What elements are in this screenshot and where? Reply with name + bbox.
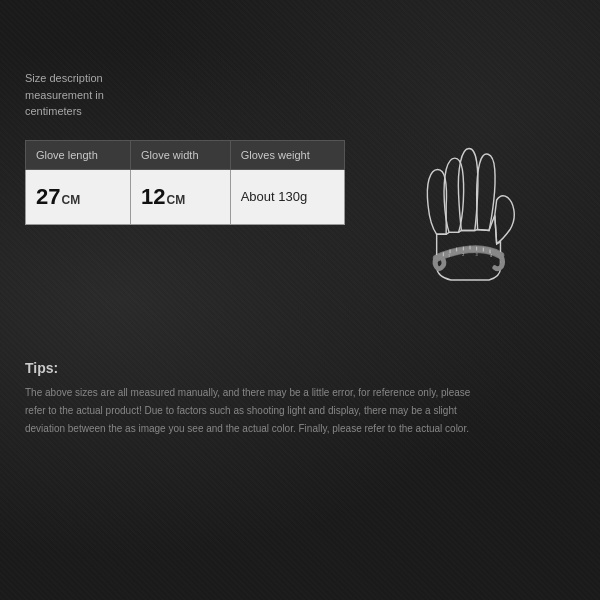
main-content: Glove length Glove width Gloves weight 2… [25,140,575,320]
glove-illustration: 1 2 3 4 [365,120,575,320]
table-section: Glove length Glove width Gloves weight 2… [25,140,345,225]
svg-text:3: 3 [476,253,478,257]
tips-text: The above sizes are all measured manuall… [25,384,485,438]
cell-length: 27 CM [26,169,131,224]
svg-text:2: 2 [462,253,464,257]
cell-width: 12 CM [131,169,231,224]
size-description: Size description measurement in centimet… [25,70,155,120]
cell-weight: About 130g [230,169,344,224]
glove-svg: 1 2 3 4 [380,120,560,320]
tips-title: Tips: [25,360,575,376]
col-header-length: Glove length [26,140,131,169]
table-row: 27 CM 12 CM About 130g [26,169,345,224]
page-container: Size description measurement in centimet… [0,0,600,600]
width-number: 12 [141,184,165,210]
size-table: Glove length Glove width Gloves weight 2… [25,140,345,225]
svg-text:4: 4 [490,254,492,258]
width-unit: CM [167,193,186,207]
col-header-width: Glove width [131,140,231,169]
col-header-weight: Gloves weight [230,140,344,169]
svg-text:1: 1 [448,254,450,258]
length-number: 27 [36,184,60,210]
length-unit: CM [61,193,80,207]
tips-section: Tips: The above sizes are all measured m… [25,350,575,438]
